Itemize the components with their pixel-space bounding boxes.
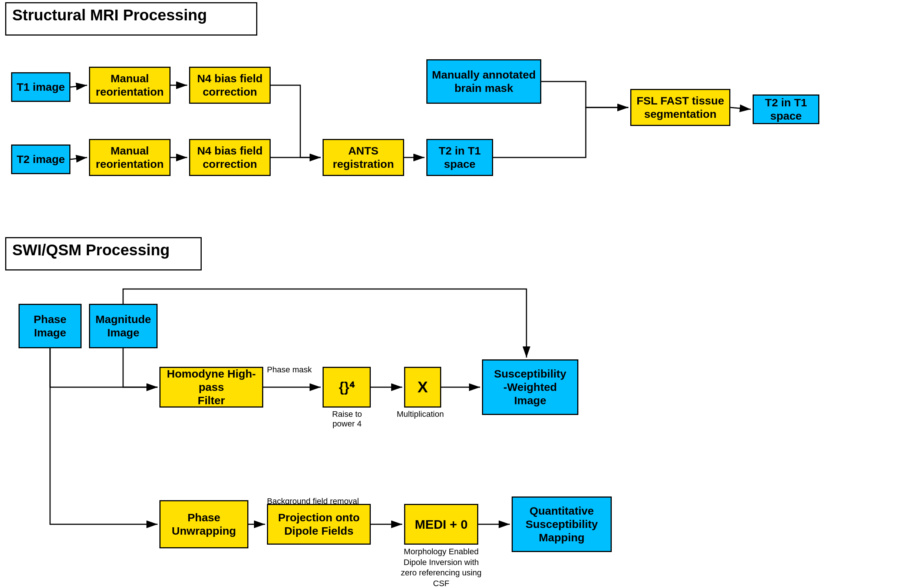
qsm-node: QuantitativeSusceptibilityMapping [512, 496, 612, 552]
n4-bias-2-node: N4 bias fieldcorrection [189, 139, 271, 176]
multiply-label: Multiplication [397, 409, 444, 419]
medi-node: MEDI + 0 [404, 504, 478, 545]
swi-section-label: SWI/QSM Processing [5, 237, 202, 271]
phase-unwrapping-node: PhaseUnwrapping [159, 500, 248, 548]
raise-power-node: {}⁴ [322, 367, 371, 407]
svg-line-4 [70, 157, 87, 159]
diagram: Structural MRI Processing SWI/QSM Proces… [0, 0, 905, 588]
homodyne-node: Homodyne High-passFilter [159, 367, 263, 407]
t2-in-t1-space-output-node: T2 in T1space [753, 95, 819, 124]
ants-registration-node: ANTSregistration [322, 139, 404, 176]
manual-reorientation-2-node: Manualreorientation [89, 139, 171, 176]
fsl-fast-node: FSL FAST tissuesegmentation [630, 89, 730, 126]
phase-image-node: PhaseImage [19, 304, 82, 348]
t2-image-node: T2 image [11, 144, 70, 174]
phase-mask-label: Phase mask [267, 365, 312, 375]
projection-node: Projection ontoDipole Fields [267, 504, 371, 545]
manually-annotated-node: Manually annotatedbrain mask [426, 59, 541, 104]
svg-line-1 [70, 85, 87, 87]
medi-description: Morphology EnabledDipole Inversion withz… [393, 547, 489, 588]
multiply-node: X [404, 367, 441, 407]
t2-in-t1-space-intermediate-node: T2 in T1space [426, 139, 493, 176]
raise-label: Raise topower 4 [325, 409, 369, 429]
svg-line-3 [730, 108, 751, 109]
magnitude-image-node: MagnitudeImage [89, 304, 157, 348]
susceptibility-weighted-node: Susceptibility-WeightedImage [482, 360, 578, 415]
t1-image-node: T1 image [11, 72, 70, 102]
n4-bias-1-node: N4 bias fieldcorrection [189, 67, 271, 104]
manual-reorientation-1-node: Manualreorientation [89, 67, 171, 104]
structural-section-label: Structural MRI Processing [5, 2, 257, 36]
